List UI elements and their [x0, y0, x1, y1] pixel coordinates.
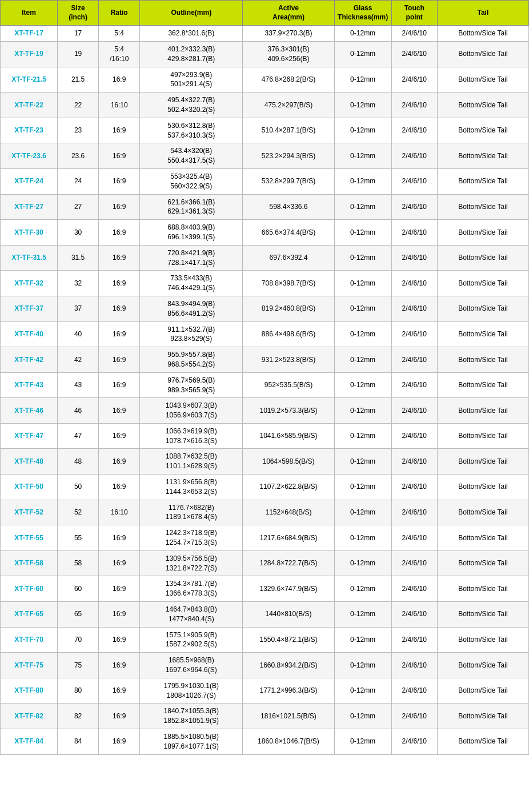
cell-ratio: 16:9: [99, 321, 140, 347]
cell-size: 58: [58, 550, 99, 576]
cell-tail: Bottom/Side Tail: [437, 475, 528, 500]
cell-outline: 1043.9×607.3(B)1056.9×603.7(S): [140, 398, 243, 424]
cell-glass: 0-12mm: [334, 271, 391, 296]
cell-outline: 1088.7×632.5(B)1101.1×628.9(S): [140, 449, 243, 475]
table-row: XT-TF-21.521.516:9497×293.9(B)501×291.4(…: [1, 67, 529, 93]
cell-outline: 843.9×494.9(B)856.6×491.2(S): [140, 296, 243, 321]
cell-touch: 2/4/6/10: [391, 627, 437, 653]
cell-tail: Bottom/Side Tail: [437, 220, 528, 246]
cell-active: 886.4×498.6(B/S): [243, 321, 334, 347]
cell-size: 46: [58, 398, 99, 424]
cell-size: 27: [58, 194, 99, 220]
cell-item: XT-TF-23: [1, 118, 58, 143]
cell-item: XT-TF-58: [1, 550, 58, 576]
cell-touch: 2/4/6/10: [391, 168, 437, 194]
cell-ratio: 16:10: [99, 93, 140, 118]
cell-tail: Bottom/Side Tail: [437, 500, 528, 525]
cell-glass: 0-12mm: [334, 67, 391, 93]
cell-active: 1019.2×573.3(B/S): [243, 398, 334, 424]
cell-tail: Bottom/Side Tail: [437, 168, 528, 194]
cell-active: 1816×1021.5(B/S): [243, 704, 334, 729]
cell-touch: 2/4/6/10: [391, 67, 437, 93]
cell-touch: 2/4/6/10: [391, 704, 437, 729]
cell-outline: 1795.9×1030.1(B)1808×1026.7(S): [140, 678, 243, 704]
cell-tail: Bottom/Side Tail: [437, 576, 528, 602]
cell-outline: 1575.1×905.9(B)1587.2×902.5(S): [140, 627, 243, 653]
cell-active: 1440×810(B/S): [243, 602, 334, 628]
cell-touch: 2/4/6/10: [391, 653, 437, 678]
cell-outline: 1354.3×781.7(B)1366.6×778.3(S): [140, 576, 243, 602]
cell-tail: Bottom/Side Tail: [437, 194, 528, 220]
cell-active: 1107.2×622.8(B/S): [243, 475, 334, 500]
cell-glass: 0-12mm: [334, 143, 391, 169]
cell-glass: 0-12mm: [334, 423, 391, 449]
cell-glass: 0-12mm: [334, 678, 391, 704]
table-row: XT-TF-373716:9843.9×494.9(B)856.6×491.2(…: [1, 296, 529, 321]
cell-touch: 2/4/6/10: [391, 576, 437, 602]
cell-active: 376.3×301(B)409.6×256(B): [243, 41, 334, 67]
table-row: XT-TF-484816:91088.7×632.5(B)1101.1×628.…: [1, 449, 529, 475]
cell-glass: 0-12mm: [334, 398, 391, 424]
cell-glass: 0-12mm: [334, 576, 391, 602]
cell-item: XT-TF-40: [1, 321, 58, 347]
cell-active: 1284.8×722.7(B/S): [243, 550, 334, 576]
cell-item: XT-TF-80: [1, 678, 58, 704]
cell-tail: Bottom/Side Tail: [437, 93, 528, 118]
cell-active: 665.6×374.4(B/S): [243, 220, 334, 246]
cell-item: XT-TF-31.5: [1, 245, 58, 271]
cell-item: XT-TF-21.5: [1, 67, 58, 93]
cell-outline: 1309.5×756.5(B)1321.8×722.7(S): [140, 550, 243, 576]
table-row: XT-TF-585816:91309.5×756.5(B)1321.8×722.…: [1, 550, 529, 576]
table-row: XT-TF-232316:9530.6×312.8(B)537.6×310.3(…: [1, 118, 529, 143]
cell-outline: 688.8×403.9(B)696.1×399.1(S): [140, 220, 243, 246]
cell-glass: 0-12mm: [334, 602, 391, 628]
cell-outline: 1131.9×656.8(B)1144.3×653.2(S): [140, 475, 243, 500]
cell-ratio: 16:9: [99, 627, 140, 653]
cell-item: XT-TF-52: [1, 500, 58, 525]
header-glass: GlassThickness(mm): [334, 1, 391, 26]
cell-touch: 2/4/6/10: [391, 143, 437, 169]
cell-ratio: 16:9: [99, 220, 140, 246]
cell-active: 819.2×460.8(B/S): [243, 296, 334, 321]
cell-outline: 720.8×421.9(B)728.1×417.1(S): [140, 245, 243, 271]
cell-active: 523.2×294.3(B/S): [243, 143, 334, 169]
cell-ratio: 5:4/16:10: [99, 41, 140, 67]
table-row: XT-TF-757516:91685.5×968(B)1697.6×964.6(…: [1, 653, 529, 678]
cell-ratio: 16:9: [99, 296, 140, 321]
cell-ratio: 16:9: [99, 525, 140, 551]
cell-touch: 2/4/6/10: [391, 398, 437, 424]
cell-item: XT-TF-42: [1, 347, 58, 373]
cell-touch: 2/4/6/10: [391, 26, 437, 42]
header-ratio: Ratio: [99, 1, 140, 26]
cell-tail: Bottom/Side Tail: [437, 26, 528, 42]
cell-tail: Bottom/Side Tail: [437, 347, 528, 373]
cell-glass: 0-12mm: [334, 93, 391, 118]
cell-glass: 0-12mm: [334, 26, 391, 42]
cell-glass: 0-12mm: [334, 449, 391, 475]
cell-item: XT-TF-17: [1, 26, 58, 42]
cell-tail: Bottom/Side Tail: [437, 296, 528, 321]
cell-touch: 2/4/6/10: [391, 500, 437, 525]
cell-active: 337.9×270.3(B): [243, 26, 334, 42]
table-row: XT-TF-272716:9621.6×366.1(B)629.1×361.3(…: [1, 194, 529, 220]
cell-ratio: 16:9: [99, 347, 140, 373]
table-row: XT-TF-23.623.616:9543.4×320(B)550.4×317.…: [1, 143, 529, 169]
table-wrapper: Item Size(inch) Ratio Outline(mm) Active…: [0, 0, 529, 755]
cell-tail: Bottom/Side Tail: [437, 704, 528, 729]
cell-ratio: 16:9: [99, 678, 140, 704]
cell-size: 21.5: [58, 67, 99, 93]
cell-tail: Bottom/Side Tail: [437, 67, 528, 93]
cell-glass: 0-12mm: [334, 653, 391, 678]
cell-item: XT-TF-70: [1, 627, 58, 653]
cell-tail: Bottom/Side Tail: [437, 118, 528, 143]
cell-ratio: 16:9: [99, 449, 140, 475]
cell-item: XT-TF-32: [1, 271, 58, 296]
header-tail: Tail: [437, 1, 528, 26]
table-row: XT-TF-848416:91885.5×1080.5(B)1897.6×107…: [1, 729, 529, 755]
cell-glass: 0-12mm: [334, 500, 391, 525]
cell-active: 697.6×392.4: [243, 245, 334, 271]
cell-size: 32: [58, 271, 99, 296]
cell-size: 52: [58, 500, 99, 525]
cell-size: 55: [58, 525, 99, 551]
cell-active: 1771.2×996.3(B/S): [243, 678, 334, 704]
